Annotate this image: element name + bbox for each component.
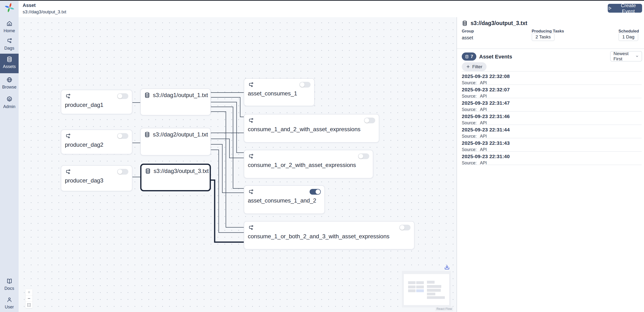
graph-node-consume_1_or_both_2_and_3_with_asset_expressions[interactable]: consume_1_or_both_2_and_3_with_asset_exp… [244, 221, 414, 250]
dag-pause-toggle[interactable] [117, 169, 128, 174]
edge-s3_dag1_output_1-to-asset_consumes_1_and_2 [211, 107, 244, 188]
dags-icon [248, 189, 254, 195]
asset-events-header: 7 Asset Events Newest First Filter [457, 49, 644, 71]
asset-event-item: 2025-09-23 22:31:40Source:API [462, 152, 642, 165]
edge-s3_dag1_output_1-to-consume_1_or_2_with_asset_expressions [211, 102, 244, 153]
asset-event-item: 2025-09-23 22:32:08Source:API [462, 72, 642, 85]
asset-events-count-badge: 7 [462, 52, 476, 60]
dags-icon [248, 225, 254, 231]
event-source: Source:API [462, 120, 642, 126]
graph-node-s3_dag1_output_1[interactable]: s3://dag1/output_1.txt [140, 88, 211, 116]
event-timestamp: 2025-09-23 22:32:07 [462, 87, 642, 92]
producing-tasks-button[interactable]: 2 Tasks [532, 33, 554, 41]
database-icon [462, 20, 468, 26]
asset-events-list: 2025-09-23 22:32:08Source:API2025-09-23 … [462, 71, 642, 165]
event-timestamp: 2025-09-23 22:31:44 [462, 127, 642, 132]
sidebar-item-label: Docs [4, 286, 14, 291]
sort-order-select[interactable]: Newest First [610, 51, 642, 62]
graph-node-producer_dag2[interactable]: producer_dag2 [61, 130, 132, 154]
event-source: Source:API [462, 80, 642, 86]
page-header: Asset s3://dag3/output_3.txt Create Even… [18, 1, 644, 17]
sidebar-item-docs[interactable]: Docs [0, 276, 18, 291]
sidebar: HomeDagsAssetsBrowseAdmin DocsUser [0, 1, 18, 312]
sidebar-item-home[interactable]: Home [0, 18, 18, 34]
graph-edges [18, 17, 456, 312]
graph-node-s3_dag2_output_1[interactable]: s3://dag2/output_1.txt [140, 128, 211, 156]
node-label: s3://dag1/output_1.txt [153, 92, 208, 98]
chevron-down-icon [636, 54, 639, 58]
node-label: s3://dag2/output_1.txt [153, 131, 208, 138]
edge-s3_dag1_output_1-to-consume_1_or_both_2_and_3_with_asset_expressions [211, 112, 244, 227]
minimap-node [416, 289, 424, 292]
download-graph-button[interactable] [444, 264, 450, 271]
sidebar-item-dags[interactable]: Dags [0, 35, 18, 51]
minimap-node [427, 281, 434, 284]
download-icon [444, 264, 450, 270]
node-label: producer_dag3 [65, 177, 128, 184]
react-flow-attribution: React Flow [435, 306, 453, 311]
page-title: Asset [23, 2, 36, 8]
zoom-out-button[interactable]: − [26, 296, 32, 302]
graph-minimap[interactable] [402, 271, 451, 308]
asset-graph-canvas[interactable]: producer_dag1s3://dag1/output_1.txtprodu… [18, 17, 456, 312]
create-event-button[interactable]: Create Event [608, 4, 642, 13]
zoom-in-button[interactable]: + [26, 289, 32, 296]
dag-pause-toggle[interactable] [358, 154, 369, 159]
minimap-node [408, 289, 416, 292]
airflow-logo-icon[interactable] [5, 3, 14, 12]
dag-pause-toggle[interactable] [299, 82, 310, 88]
graph-node-asset_consumes_1[interactable]: asset_consumes_1 [244, 78, 314, 106]
dags-icon [65, 169, 71, 175]
graph-node-producer_dag3[interactable]: producer_dag3 [61, 165, 132, 191]
asset-events-heading: Asset Events [479, 54, 512, 60]
breadcrumb-asset-uri: s3://dag3/output_3.txt [23, 9, 66, 14]
asset-event-item: 2025-09-23 22:32:07Source:API [462, 85, 642, 98]
sidebar-item-assets[interactable]: Assets [0, 54, 18, 73]
sidebar-item-browse[interactable]: Browse [0, 74, 18, 90]
database-icon [6, 56, 13, 62]
fit-view-button[interactable] [26, 302, 32, 308]
panel-asset-title: s3://dag3/output_3.txt [470, 20, 527, 26]
dags-icon [248, 154, 254, 160]
group-value: asset [462, 35, 473, 40]
graph-node-consume_1_or_2_with_asset_expressions[interactable]: consume_1_or_2_with_asset_expressions [244, 150, 373, 178]
user-icon [6, 296, 13, 303]
sidebar-item-user[interactable]: User [0, 294, 18, 310]
scheduled-dags-button[interactable]: 1 Dag [618, 33, 638, 41]
dag-pause-toggle[interactable] [399, 225, 410, 230]
event-source: Source:API [462, 160, 642, 166]
window-top-edge [0, 0, 644, 1]
dag-pause-toggle[interactable] [364, 118, 375, 123]
dags-icon [248, 118, 254, 124]
dag-pause-toggle[interactable] [117, 93, 128, 99]
dags-icon [248, 82, 254, 88]
edge-s3_dag2_output_1-to-consume_1_or_both_2_and_3_with_asset_expressions [211, 150, 244, 232]
graph-node-producer_dag1[interactable]: producer_dag1 [61, 90, 132, 114]
sidebar-item-label: Dags [4, 46, 14, 51]
sidebar-item-admin[interactable]: Admin [0, 94, 18, 109]
asset-event-item: 2025-09-23 22:31:43Source:API [462, 138, 642, 152]
graph-node-asset_consumes_1_and_2[interactable]: asset_consumes_1_and_2 [244, 185, 325, 214]
graph-node-s3_dag3_output_3[interactable]: s3://dag3/output_3.txt [140, 164, 211, 191]
minimap-node [427, 289, 441, 292]
event-source: Source:API [462, 147, 642, 152]
add-filter-button[interactable]: Filter [462, 62, 486, 71]
minimap-node [408, 286, 416, 288]
minimap-node [427, 285, 441, 288]
edge-s3_dag2_output_1-to-consume_1_or_2_with_asset_expressions [211, 139, 244, 158]
event-source: Source:API [462, 107, 642, 112]
event-timestamp: 2025-09-23 22:31:40 [462, 154, 642, 159]
dag-pause-toggle[interactable] [117, 133, 128, 139]
book-icon [6, 278, 13, 284]
event-timestamp: 2025-09-23 22:31:47 [462, 100, 642, 106]
graph-node-consume_1_and_2_with_asset_expressions[interactable]: consume_1_and_2_with_asset_expressions [244, 114, 379, 143]
sidebar-item-label: Admin [3, 104, 15, 109]
fit-view-icon [27, 303, 31, 307]
event-source: Source:API [462, 134, 642, 139]
database-icon [145, 168, 151, 174]
node-label: producer_dag2 [65, 142, 128, 148]
node-label: producer_dag1 [65, 102, 128, 108]
dags-icon [6, 38, 13, 44]
dag-pause-toggle[interactable] [310, 189, 321, 195]
minimap-node [427, 293, 435, 295]
